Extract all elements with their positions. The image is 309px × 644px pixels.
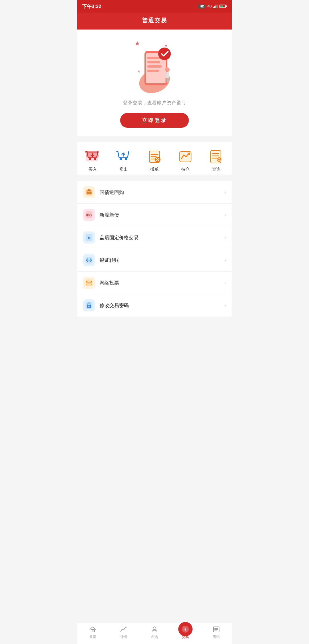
svg-rect-16 bbox=[166, 72, 169, 78]
trade-nav-label: 交易 bbox=[182, 635, 189, 639]
online-vote-icon bbox=[85, 279, 93, 287]
chevron-icon-0: › bbox=[224, 189, 226, 195]
ipo-label: 新股新债 bbox=[100, 212, 224, 218]
chevron-icon-1: › bbox=[224, 212, 226, 218]
sell-icon bbox=[115, 148, 132, 164]
menu-item-change-pwd[interactable]: 修改交易密码 › bbox=[77, 294, 232, 317]
sell-label: 卖出 bbox=[119, 167, 128, 172]
menu-item-after-hours[interactable]: 创 盘后固定价格交易 › bbox=[77, 226, 232, 249]
action-sell[interactable]: 卖出 bbox=[108, 148, 139, 172]
hero-subtitle: 登录交易，查看账户资产盈亏 bbox=[123, 100, 186, 106]
home-nav-label: 首页 bbox=[89, 635, 96, 639]
bottom-nav: 首页 行情 自选 ¥ 交易 bbox=[77, 623, 232, 644]
svg-rect-3 bbox=[217, 5, 217, 8]
svg-marker-6 bbox=[138, 70, 140, 72]
svg-rect-0 bbox=[213, 7, 214, 8]
chevron-icon-3: › bbox=[224, 257, 226, 263]
menu-list: 国债逆回购 › IPO 新股新债 › 创 盘后固定价格交易 › bbox=[77, 181, 232, 317]
hero-illustration bbox=[126, 38, 183, 95]
menu-item-online-vote[interactable]: 网络投票 › bbox=[77, 272, 232, 294]
after-hours-label: 盘后固定价格交易 bbox=[100, 234, 224, 241]
position-icon bbox=[177, 148, 194, 164]
svg-text:创: 创 bbox=[88, 237, 90, 239]
svg-rect-1 bbox=[214, 6, 215, 8]
status-time: 下午3:32 bbox=[82, 3, 101, 10]
svg-rect-65 bbox=[213, 627, 219, 632]
action-cancel[interactable]: 撤单 bbox=[139, 148, 170, 172]
change-pwd-icon bbox=[85, 301, 93, 309]
page-header: 普通交易 bbox=[77, 13, 232, 30]
after-hours-icon-wrap: 创 bbox=[83, 231, 95, 244]
svg-point-27 bbox=[125, 158, 127, 160]
ipo-icon-wrap: IPO bbox=[83, 209, 95, 221]
bond-repo-icon bbox=[85, 188, 93, 196]
nav-market[interactable]: 行情 bbox=[108, 625, 139, 639]
menu-item-ipo[interactable]: IPO 新股新债 › bbox=[77, 204, 232, 226]
signal-text: 4G bbox=[207, 4, 212, 8]
separator-2 bbox=[77, 175, 232, 178]
action-position[interactable]: 持仓 bbox=[170, 148, 201, 172]
svg-rect-2 bbox=[215, 5, 216, 8]
news-nav-label: 资讯 bbox=[213, 635, 220, 639]
svg-text:IPO: IPO bbox=[86, 213, 92, 217]
query-label: 查询 bbox=[212, 167, 221, 172]
chevron-icon-5: › bbox=[224, 303, 226, 309]
svg-rect-13 bbox=[147, 70, 159, 72]
hd-badge: HD bbox=[198, 4, 206, 8]
home-icon bbox=[89, 625, 97, 633]
separator-1 bbox=[77, 136, 232, 139]
quick-actions: 买入 卖出 bbox=[77, 142, 232, 175]
svg-rect-46 bbox=[87, 192, 89, 194]
svg-point-26 bbox=[120, 158, 122, 160]
chevron-icon-4: › bbox=[224, 280, 226, 286]
market-nav-label: 行情 bbox=[120, 635, 127, 639]
svg-point-59 bbox=[88, 306, 90, 307]
svg-point-15 bbox=[165, 67, 170, 72]
nav-trade[interactable]: ¥ 交易 bbox=[170, 625, 201, 639]
chevron-icon-2: › bbox=[224, 235, 226, 241]
nav-home[interactable]: 首页 bbox=[77, 625, 108, 639]
action-buy[interactable]: 买入 bbox=[77, 148, 108, 172]
position-label: 持仓 bbox=[181, 167, 190, 172]
login-button[interactable]: 立即登录 bbox=[120, 113, 189, 128]
signal-icon bbox=[213, 4, 218, 8]
svg-point-22 bbox=[89, 158, 91, 160]
svg-rect-12 bbox=[147, 65, 162, 68]
svg-marker-4 bbox=[135, 41, 139, 46]
svg-text:¥: ¥ bbox=[184, 627, 187, 631]
page-title: 普通交易 bbox=[77, 17, 232, 24]
svg-rect-61 bbox=[92, 630, 94, 632]
market-icon bbox=[120, 625, 128, 633]
bank-transfer-icon-wrap bbox=[83, 254, 95, 266]
hero-section: 登录交易，查看账户资产盈亏 立即登录 bbox=[77, 30, 232, 136]
svg-point-14 bbox=[158, 48, 171, 60]
change-pwd-label: 修改交易密码 bbox=[100, 302, 224, 309]
menu-item-bank-transfer[interactable]: 银证转账 › bbox=[77, 249, 232, 272]
action-query[interactable]: 查询 bbox=[201, 148, 232, 172]
after-hours-icon: 创 bbox=[85, 233, 93, 242]
online-vote-label: 网络投票 bbox=[100, 280, 224, 286]
status-bar: 下午3:32 HD 4G bbox=[77, 0, 232, 13]
watchlist-nav-label: 自选 bbox=[151, 635, 158, 639]
change-pwd-icon-wrap bbox=[83, 299, 95, 311]
nav-news[interactable]: 资讯 bbox=[201, 625, 232, 639]
svg-rect-18 bbox=[167, 78, 169, 82]
menu-item-bond-repo[interactable]: 国债逆回购 › bbox=[77, 181, 232, 204]
cancel-label: 撤单 bbox=[150, 167, 159, 172]
buy-icon bbox=[84, 148, 101, 164]
svg-rect-17 bbox=[165, 78, 167, 82]
bank-transfer-icon bbox=[85, 256, 93, 264]
svg-point-62 bbox=[153, 627, 156, 630]
nav-watchlist[interactable]: 自选 bbox=[139, 625, 170, 639]
trade-icon: ¥ bbox=[181, 625, 189, 633]
buy-label: 买入 bbox=[88, 167, 97, 172]
trade-active-circle: ¥ bbox=[178, 622, 193, 636]
bond-repo-icon-wrap bbox=[83, 186, 95, 198]
bond-repo-label: 国债逆回购 bbox=[100, 189, 224, 196]
news-icon bbox=[212, 625, 220, 633]
svg-marker-5 bbox=[165, 44, 168, 47]
ipo-icon: IPO bbox=[85, 211, 93, 219]
cancel-icon bbox=[146, 148, 163, 164]
svg-point-23 bbox=[94, 158, 96, 160]
bank-transfer-label: 银证转账 bbox=[100, 257, 224, 264]
